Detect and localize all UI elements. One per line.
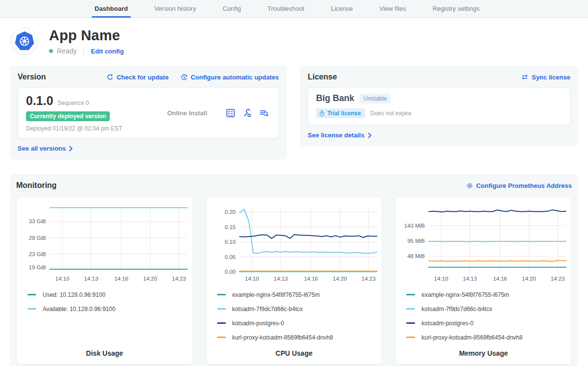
kubernetes-logo-icon bbox=[14, 31, 35, 52]
gear-icon bbox=[466, 182, 473, 189]
svg-text:23 GiB: 23 GiB bbox=[29, 251, 46, 257]
tab-view-files[interactable]: View files bbox=[379, 0, 406, 17]
license-expiry: Does not expire bbox=[370, 110, 412, 117]
configure-prometheus-link[interactable]: Configure Prometheus Address bbox=[466, 182, 572, 189]
see-all-versions-link[interactable]: See all versions bbox=[18, 145, 73, 152]
series-color-swatch bbox=[406, 337, 415, 338]
license-details-card: Big Bank Unstable Trial license Does not… bbox=[308, 87, 570, 125]
tab-troubleshoot[interactable]: Troubleshoot bbox=[268, 0, 304, 17]
series-label: kotsadm-7f9dc7d66c-b4tcx bbox=[232, 306, 303, 313]
svg-text:14:23: 14:23 bbox=[172, 276, 186, 282]
svg-text:14:20: 14:20 bbox=[143, 276, 157, 282]
tab-version-history[interactable]: Version history bbox=[154, 0, 196, 17]
chart-title-disk: Disk Usage bbox=[17, 345, 193, 357]
series-label: kotsadm-7f9dc7d66c-b4tcx bbox=[421, 306, 492, 313]
legend-item: Available: 10.128.0.96:9100 bbox=[27, 302, 193, 316]
edit-config-button[interactable] bbox=[243, 108, 252, 118]
preflight-checklist-icon bbox=[226, 108, 235, 118]
series-color-swatch bbox=[217, 308, 226, 310]
cpu-usage-chart: 0.200.150.100.050.0014:1014:1314:1614:20… bbox=[206, 201, 383, 285]
svg-text:0.20: 0.20 bbox=[224, 209, 235, 215]
svg-text:14:13: 14:13 bbox=[273, 276, 288, 282]
chart-title-memory: Memory Usage bbox=[395, 345, 571, 357]
series-label: kurl-proxy-kotsadm-8569fb6454-dnvh8 bbox=[232, 334, 333, 341]
refresh-icon bbox=[106, 74, 114, 81]
install-type-label: Online Install bbox=[148, 109, 226, 117]
series-color-swatch bbox=[217, 294, 226, 295]
configure-prometheus-label: Configure Prometheus Address bbox=[476, 182, 572, 189]
svg-text:48 MiB: 48 MiB bbox=[408, 253, 425, 259]
license-card-title: License bbox=[308, 73, 337, 81]
configure-automatic-updates-link[interactable]: Configure automatic updates bbox=[180, 74, 279, 81]
svg-text:14:23: 14:23 bbox=[551, 276, 565, 282]
series-label: kotsadm-postgres-0 bbox=[232, 320, 284, 327]
series-color-swatch bbox=[406, 294, 415, 295]
monitoring-title: Monitoring bbox=[16, 181, 57, 190]
license-type-label: Trial license bbox=[327, 110, 361, 117]
svg-text:14:10: 14:10 bbox=[245, 276, 259, 282]
chart-title-cpu: CPU Usage bbox=[206, 345, 382, 357]
chevron-right-icon bbox=[368, 132, 372, 138]
series-color-swatch bbox=[406, 308, 415, 310]
version-card-title: Version bbox=[18, 73, 46, 81]
configure-automatic-updates-label: Configure automatic updates bbox=[191, 74, 279, 81]
svg-text:14:20: 14:20 bbox=[522, 276, 536, 282]
series-color-swatch bbox=[27, 308, 36, 310]
tab-registry-settings[interactable]: Registry settings bbox=[433, 0, 480, 17]
series-label: example-nginx-54f8f76755-l675m bbox=[232, 291, 320, 298]
tab-config[interactable]: Config bbox=[222, 0, 241, 17]
preflight-checks-button[interactable] bbox=[226, 108, 235, 118]
series-color-swatch bbox=[217, 337, 226, 338]
svg-text:0.15: 0.15 bbox=[224, 224, 235, 230]
svg-text:14:23: 14:23 bbox=[361, 276, 375, 282]
ready-status-dot bbox=[49, 49, 53, 53]
view-logs-button[interactable] bbox=[259, 108, 269, 118]
legend-item: Used: 10.128.0.96:9100 bbox=[27, 288, 193, 302]
chevron-right-icon bbox=[69, 146, 73, 152]
see-license-details-link[interactable]: See license details bbox=[308, 131, 372, 139]
sync-license-link[interactable]: Sync license bbox=[521, 74, 570, 81]
check-for-update-label: Check for update bbox=[117, 74, 169, 81]
series-label: Available: 10.128.0.96:9100 bbox=[43, 306, 116, 313]
legend-item: kotsadm-postgres-0 bbox=[217, 316, 382, 330]
svg-text:33 GiB: 33 GiB bbox=[29, 218, 46, 224]
disk-usage-legend: Used: 10.128.0.96:9100Available: 10.128.… bbox=[17, 285, 193, 316]
tab-dashboard[interactable]: Dashboard bbox=[95, 0, 128, 17]
top-nav: DashboardVersion historyConfigTroublesho… bbox=[0, 0, 588, 18]
svg-text:28 GiB: 28 GiB bbox=[29, 235, 46, 241]
channel-badge: Unstable bbox=[360, 94, 391, 104]
config-wrench-icon bbox=[243, 108, 252, 118]
sync-license-label: Sync license bbox=[532, 74, 570, 81]
series-label: example-nginx-54f8f76755-l675m bbox=[421, 291, 509, 298]
chart-card-memory: 143 MiB95 MiB48 MiB14:1014:1314:1614:201… bbox=[395, 197, 572, 365]
series-label: kotsadm-postgres-0 bbox=[421, 320, 473, 327]
series-color-swatch bbox=[27, 294, 36, 295]
app-title: App Name bbox=[49, 27, 124, 44]
svg-text:19 GiB: 19 GiB bbox=[29, 264, 46, 270]
svg-text:14:20: 14:20 bbox=[333, 276, 347, 282]
app-status-text: Ready bbox=[57, 47, 76, 55]
disk-usage-chart: 33 GiB28 GiB23 GiB19 GiB14:1014:1314:161… bbox=[17, 201, 193, 285]
cpu-usage-legend: example-nginx-54f8f76755-l675mkotsadm-7f… bbox=[206, 285, 382, 344]
monitoring-section: Monitoring Configure Prometheus Address … bbox=[10, 174, 578, 366]
deployed-timestamp: Deployed 01/19/22 @ 02:04 pm EST bbox=[26, 125, 148, 132]
license-card: License Sync license Big Bank Unstable bbox=[300, 66, 578, 146]
chart-card-cpu: 0.200.150.100.050.0014:1014:1314:1614:20… bbox=[206, 197, 383, 365]
legend-item: example-nginx-54f8f76755-l675m bbox=[406, 288, 571, 302]
edit-config-link[interactable]: Edit config bbox=[91, 48, 123, 55]
legend-item: example-nginx-54f8f76755-l675m bbox=[217, 288, 382, 302]
tab-license[interactable]: License bbox=[331, 0, 353, 17]
check-for-update-link[interactable]: Check for update bbox=[106, 74, 169, 81]
svg-text:14:16: 14:16 bbox=[114, 276, 128, 282]
svg-text:14:10: 14:10 bbox=[55, 276, 70, 282]
current-version-card: 0.1.0 Sequence 0 Currently deployed vers… bbox=[18, 87, 279, 138]
app-header: App Name Ready Edit config bbox=[11, 27, 576, 55]
sequence-label: Sequence 0 bbox=[58, 100, 89, 106]
memory-usage-chart: 143 MiB95 MiB48 MiB14:1014:1314:1614:201… bbox=[395, 201, 572, 285]
legend-item: kotsadm-7f9dc7d66c-b4tcx bbox=[406, 302, 571, 316]
chart-card-disk: 33 GiB28 GiB23 GiB19 GiB14:1014:1314:161… bbox=[16, 197, 193, 365]
svg-text:14:10: 14:10 bbox=[434, 276, 448, 282]
legend-item: kotsadm-postgres-0 bbox=[406, 316, 571, 330]
see-all-versions-label: See all versions bbox=[18, 145, 66, 152]
deploy-logs-icon bbox=[259, 108, 269, 118]
